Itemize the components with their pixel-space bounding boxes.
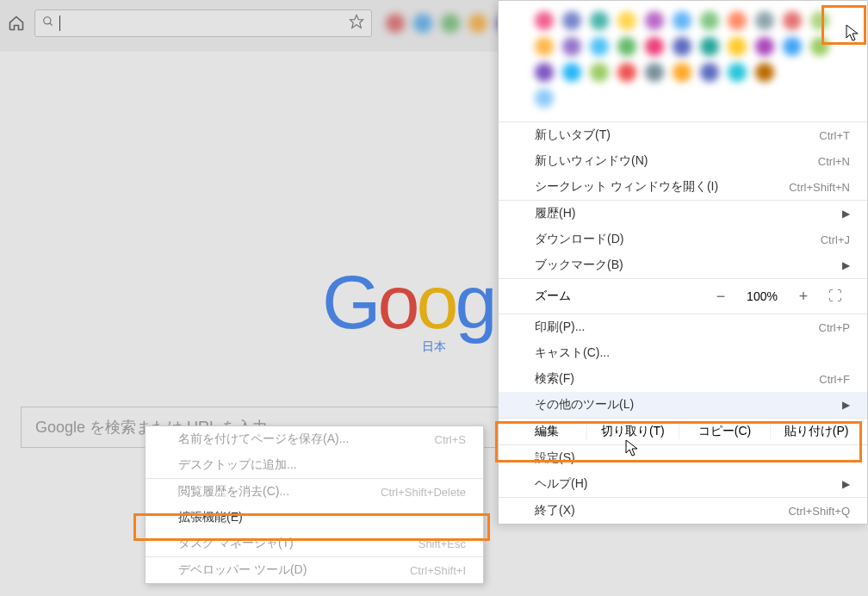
menu-bookmarks[interactable]: ブックマーク(B)▶ xyxy=(499,252,867,278)
menu-history[interactable]: 履歴(H)▶ xyxy=(499,201,867,227)
address-bar[interactable] xyxy=(34,9,372,37)
edit-paste[interactable]: 貼り付け(P) xyxy=(770,424,862,439)
bookmark-star-icon[interactable] xyxy=(349,14,364,33)
home-button[interactable] xyxy=(5,12,28,34)
menu-zoom-row: ズーム − 100% + ⛶ xyxy=(499,279,867,314)
edit-copy[interactable]: コピー(C) xyxy=(679,424,771,439)
submenu-clear-history[interactable]: 閲覧履歴を消去(C)...Ctrl+Shift+Delete xyxy=(146,479,483,505)
text-cursor xyxy=(59,16,60,31)
cursor-icon xyxy=(846,24,861,43)
menu-incognito[interactable]: シークレット ウィンドウを開く(I)Ctrl+Shift+N xyxy=(499,174,867,200)
menu-settings[interactable]: 設定(S) xyxy=(499,445,867,471)
cursor-icon xyxy=(625,439,641,458)
edit-cut[interactable]: 切り取り(T) xyxy=(586,424,679,439)
svg-point-0 xyxy=(44,17,51,24)
svg-line-1 xyxy=(50,23,53,26)
menu-new-tab[interactable]: 新しいタブ(T)Ctrl+T xyxy=(499,122,867,148)
more-tools-submenu: 名前を付けてページを保存(A)...Ctrl+S デスクトップに追加... 閲覧… xyxy=(145,425,484,584)
zoom-value: 100% xyxy=(738,289,786,303)
submenu-task-manager[interactable]: タスク マネージャ(T)Shift+Esc xyxy=(146,531,483,556)
menu-more-tools[interactable]: その他のツール(L)▶ xyxy=(499,392,867,418)
menu-exit[interactable]: 終了(X)Ctrl+Shift+Q xyxy=(499,498,867,524)
chrome-main-menu: 新しいタブ(T)Ctrl+T 新しいウィンドウ(N)Ctrl+N シークレット … xyxy=(498,0,868,525)
menu-edit-row: 編集 切り取り(T) コピー(C) 貼り付け(P) xyxy=(499,419,867,444)
menu-new-window[interactable]: 新しいウィンドウ(N)Ctrl+N xyxy=(499,148,867,174)
submenu-save-as[interactable]: 名前を付けてページを保存(A)...Ctrl+S xyxy=(146,426,483,452)
zoom-in-button[interactable]: + xyxy=(786,288,821,306)
menu-cast[interactable]: キャスト(C)... xyxy=(499,340,867,366)
menu-help[interactable]: ヘルプ(H)▶ xyxy=(499,471,867,497)
zoom-out-button[interactable]: − xyxy=(704,288,738,306)
submenu-dev-tools[interactable]: デベロッパー ツール(D)Ctrl+Shift+I xyxy=(146,557,483,583)
menu-downloads[interactable]: ダウンロード(D)Ctrl+J xyxy=(499,227,867,252)
submenu-extensions[interactable]: 拡張機能(E) xyxy=(146,505,483,531)
fullscreen-icon[interactable]: ⛶ xyxy=(821,289,850,304)
extension-icons-menu xyxy=(499,1,867,121)
submenu-add-desktop[interactable]: デスクトップに追加... xyxy=(146,452,483,478)
svg-marker-2 xyxy=(350,16,363,28)
search-icon xyxy=(42,16,54,31)
menu-find[interactable]: 検索(F)Ctrl+F xyxy=(499,366,867,392)
menu-print[interactable]: 印刷(P)...Ctrl+P xyxy=(499,314,867,340)
